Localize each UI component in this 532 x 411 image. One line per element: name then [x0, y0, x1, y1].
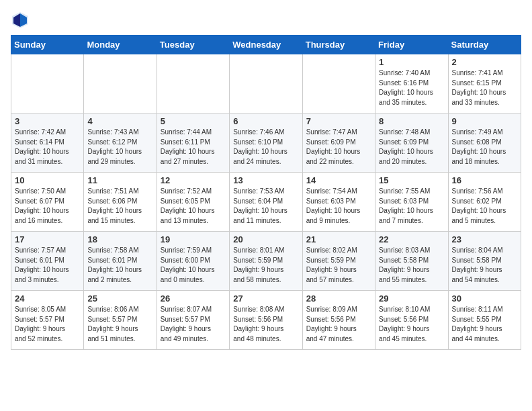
day-info: Sunrise: 8:04 AM Sunset: 5:58 PM Dayligh…	[452, 246, 517, 285]
day-number: 11	[87, 175, 152, 185]
calendar-cell	[84, 54, 157, 113]
day-info: Sunrise: 7:47 AM Sunset: 6:09 PM Dayligh…	[306, 128, 371, 167]
calendar-cell: 16Sunrise: 7:56 AM Sunset: 6:02 PM Dayli…	[448, 173, 521, 232]
calendar-cell: 27Sunrise: 8:08 AM Sunset: 5:56 PM Dayli…	[230, 291, 302, 350]
day-number: 7	[306, 116, 371, 126]
day-info: Sunrise: 7:59 AM Sunset: 6:00 PM Dayligh…	[161, 246, 226, 285]
day-info: Sunrise: 7:43 AM Sunset: 6:12 PM Dayligh…	[87, 128, 152, 167]
calendar-week-row: 24Sunrise: 8:05 AM Sunset: 5:57 PM Dayli…	[11, 291, 521, 350]
calendar-cell	[230, 54, 302, 113]
day-info: Sunrise: 8:11 AM Sunset: 5:55 PM Dayligh…	[452, 305, 517, 344]
day-header-saturday: Saturday	[448, 36, 521, 54]
day-info: Sunrise: 7:40 AM Sunset: 6:16 PM Dayligh…	[379, 68, 444, 107]
day-number: 6	[233, 116, 298, 126]
day-info: Sunrise: 7:51 AM Sunset: 6:06 PM Dayligh…	[87, 187, 152, 226]
calendar-cell: 8Sunrise: 7:48 AM Sunset: 6:09 PM Daylig…	[375, 113, 448, 173]
calendar-week-row: 1Sunrise: 7:40 AM Sunset: 6:16 PM Daylig…	[11, 54, 521, 113]
day-number: 21	[306, 234, 371, 244]
calendar-week-row: 10Sunrise: 7:50 AM Sunset: 6:07 PM Dayli…	[11, 173, 521, 232]
day-header-sunday: Sunday	[11, 36, 84, 54]
day-number: 30	[452, 293, 517, 304]
calendar-cell: 3Sunrise: 7:42 AM Sunset: 6:14 PM Daylig…	[11, 113, 84, 173]
day-info: Sunrise: 7:46 AM Sunset: 6:10 PM Dayligh…	[233, 128, 298, 167]
day-number: 1	[379, 57, 444, 67]
day-number: 29	[379, 293, 444, 304]
day-number: 9	[452, 116, 517, 126]
day-number: 28	[306, 293, 371, 304]
day-number: 10	[15, 175, 80, 185]
calendar-cell: 28Sunrise: 8:09 AM Sunset: 5:56 PM Dayli…	[302, 291, 375, 350]
calendar-cell: 13Sunrise: 7:53 AM Sunset: 6:04 PM Dayli…	[230, 173, 302, 232]
calendar-cell	[157, 54, 229, 113]
day-number: 25	[87, 293, 152, 304]
calendar-cell: 21Sunrise: 8:02 AM Sunset: 5:59 PM Dayli…	[302, 232, 375, 291]
day-header-friday: Friday	[375, 36, 448, 54]
calendar-cell: 26Sunrise: 8:07 AM Sunset: 5:57 PM Dayli…	[157, 291, 229, 350]
day-info: Sunrise: 8:07 AM Sunset: 5:57 PM Dayligh…	[161, 305, 226, 344]
calendar-week-row: 3Sunrise: 7:42 AM Sunset: 6:14 PM Daylig…	[11, 113, 521, 173]
day-info: Sunrise: 7:42 AM Sunset: 6:14 PM Dayligh…	[15, 128, 80, 167]
day-info: Sunrise: 8:01 AM Sunset: 5:59 PM Dayligh…	[233, 246, 298, 285]
calendar-cell: 5Sunrise: 7:44 AM Sunset: 6:11 PM Daylig…	[157, 113, 229, 173]
calendar-cell: 6Sunrise: 7:46 AM Sunset: 6:10 PM Daylig…	[230, 113, 302, 173]
day-number: 8	[379, 116, 444, 126]
calendar-cell: 1Sunrise: 7:40 AM Sunset: 6:16 PM Daylig…	[375, 54, 448, 113]
calendar-cell: 14Sunrise: 7:54 AM Sunset: 6:03 PM Dayli…	[302, 173, 375, 232]
day-info: Sunrise: 8:03 AM Sunset: 5:58 PM Dayligh…	[379, 246, 444, 285]
day-number: 17	[15, 234, 80, 244]
calendar-week-row: 17Sunrise: 7:57 AM Sunset: 6:01 PM Dayli…	[11, 232, 521, 291]
day-number: 26	[161, 293, 226, 304]
logo	[11, 11, 32, 30]
calendar-cell	[302, 54, 375, 113]
day-info: Sunrise: 8:09 AM Sunset: 5:56 PM Dayligh…	[306, 305, 371, 344]
day-info: Sunrise: 8:06 AM Sunset: 5:57 PM Dayligh…	[87, 305, 152, 344]
day-info: Sunrise: 7:58 AM Sunset: 6:01 PM Dayligh…	[87, 246, 152, 285]
day-number: 22	[379, 234, 444, 244]
day-info: Sunrise: 7:41 AM Sunset: 6:15 PM Dayligh…	[452, 68, 517, 107]
day-number: 12	[161, 175, 226, 185]
day-number: 14	[306, 175, 371, 185]
day-header-monday: Monday	[84, 36, 157, 54]
day-number: 13	[233, 175, 298, 185]
day-info: Sunrise: 7:56 AM Sunset: 6:02 PM Dayligh…	[452, 187, 517, 226]
calendar-cell: 19Sunrise: 7:59 AM Sunset: 6:00 PM Dayli…	[157, 232, 229, 291]
day-number: 24	[15, 293, 80, 304]
day-info: Sunrise: 7:55 AM Sunset: 6:03 PM Dayligh…	[379, 187, 444, 226]
day-number: 5	[161, 116, 226, 126]
day-info: Sunrise: 7:53 AM Sunset: 6:04 PM Dayligh…	[233, 187, 298, 226]
calendar-cell: 22Sunrise: 8:03 AM Sunset: 5:58 PM Dayli…	[375, 232, 448, 291]
day-number: 19	[161, 234, 226, 244]
day-header-tuesday: Tuesday	[157, 36, 229, 54]
calendar-cell: 11Sunrise: 7:51 AM Sunset: 6:06 PM Dayli…	[84, 173, 157, 232]
page-header	[11, 11, 521, 30]
day-info: Sunrise: 8:05 AM Sunset: 5:57 PM Dayligh…	[15, 305, 80, 344]
day-number: 2	[452, 57, 517, 67]
day-info: Sunrise: 8:02 AM Sunset: 5:59 PM Dayligh…	[306, 246, 371, 285]
day-number: 3	[15, 116, 80, 126]
calendar-cell: 30Sunrise: 8:11 AM Sunset: 5:55 PM Dayli…	[448, 291, 521, 350]
day-number: 27	[233, 293, 298, 304]
calendar-cell: 12Sunrise: 7:52 AM Sunset: 6:05 PM Dayli…	[157, 173, 229, 232]
calendar-cell: 24Sunrise: 8:05 AM Sunset: 5:57 PM Dayli…	[11, 291, 84, 350]
day-number: 16	[452, 175, 517, 185]
day-info: Sunrise: 8:10 AM Sunset: 5:56 PM Dayligh…	[379, 305, 444, 344]
day-info: Sunrise: 7:54 AM Sunset: 6:03 PM Dayligh…	[306, 187, 371, 226]
day-info: Sunrise: 7:50 AM Sunset: 6:07 PM Dayligh…	[15, 187, 80, 226]
day-header-thursday: Thursday	[302, 36, 375, 54]
calendar-cell: 10Sunrise: 7:50 AM Sunset: 6:07 PM Dayli…	[11, 173, 84, 232]
day-info: Sunrise: 7:52 AM Sunset: 6:05 PM Dayligh…	[161, 187, 226, 226]
day-info: Sunrise: 7:48 AM Sunset: 6:09 PM Dayligh…	[379, 128, 444, 167]
calendar-cell: 4Sunrise: 7:43 AM Sunset: 6:12 PM Daylig…	[84, 113, 157, 173]
day-info: Sunrise: 8:08 AM Sunset: 5:56 PM Dayligh…	[233, 305, 298, 344]
calendar-cell: 25Sunrise: 8:06 AM Sunset: 5:57 PM Dayli…	[84, 291, 157, 350]
day-number: 20	[233, 234, 298, 244]
day-number: 4	[87, 116, 152, 126]
day-number: 15	[379, 175, 444, 185]
day-info: Sunrise: 7:57 AM Sunset: 6:01 PM Dayligh…	[15, 246, 80, 285]
logo-icon	[11, 11, 30, 30]
calendar-cell: 29Sunrise: 8:10 AM Sunset: 5:56 PM Dayli…	[375, 291, 448, 350]
calendar-cell: 20Sunrise: 8:01 AM Sunset: 5:59 PM Dayli…	[230, 232, 302, 291]
calendar-cell: 7Sunrise: 7:47 AM Sunset: 6:09 PM Daylig…	[302, 113, 375, 173]
day-info: Sunrise: 7:49 AM Sunset: 6:08 PM Dayligh…	[452, 128, 517, 167]
calendar-table: SundayMondayTuesdayWednesdayThursdayFrid…	[11, 35, 521, 350]
